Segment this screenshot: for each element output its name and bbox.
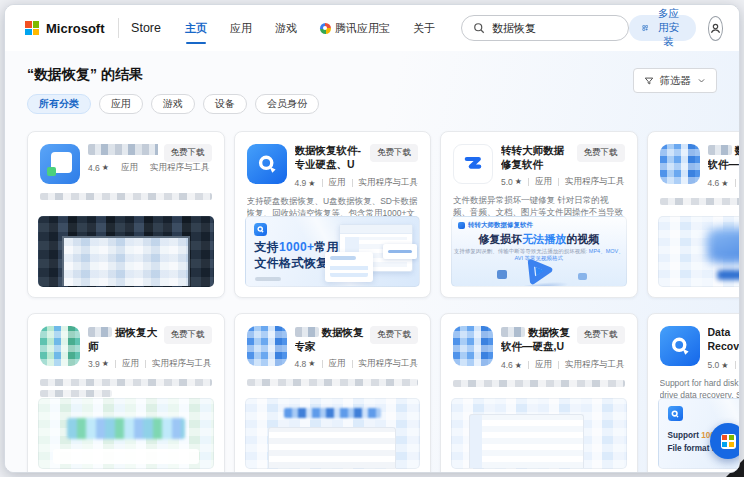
results-head: “数据恢复” 的结果 所有分类 应用 游戏 设备 会员身份 筛选器 xyxy=(5,66,739,114)
multi-app-install-label: 多应用安装 xyxy=(654,7,682,49)
app-meta: 5.0★ 应用 实用程序与工具 xyxy=(501,176,625,188)
chip-games[interactable]: 游戏 xyxy=(151,94,195,114)
store-window: Microsoft Store 主页 应用 游戏 腾讯应用宝 关于 多应用安装 xyxy=(4,4,740,473)
banner-gadget xyxy=(578,273,587,280)
censored-title-prefix xyxy=(88,327,112,337)
banner-app-tag: 转转大师数据修复软件 xyxy=(458,221,533,230)
play-button-illustration xyxy=(517,252,560,287)
app-screenshot: 支持1000+常用 文件格式恢复 xyxy=(245,216,421,287)
search-icon xyxy=(473,22,485,34)
censored-description xyxy=(40,193,212,200)
censored-title-prefix xyxy=(708,145,732,155)
app-card[interactable]: 免费下载 数据恢复软件—硬盘,U盘误删恢复 4.6★ 应用 实用程序与工具 xyxy=(440,313,638,472)
app-icon xyxy=(660,326,700,366)
app-description: 文件数据异常损坏一键修复 针对日常的视频、音频、文档、图片等文件因操作不当导致的… xyxy=(453,194,625,218)
app-screenshot xyxy=(245,398,421,469)
nav-item-tencent-appstore[interactable]: 腾讯应用宝 xyxy=(320,21,390,36)
app-card[interactable]: 免费下载 数据恢复软件-专业硬盘、U盘误删恢复(转转大师) 4.9★ 应用 实用… xyxy=(234,131,432,298)
app-meta: 4.6★ 应用 实用程序与工具 xyxy=(501,359,625,371)
account-button[interactable] xyxy=(708,16,723,41)
censored-description xyxy=(453,380,625,387)
app-title: Data Recovery Master – Data Recovery Sof… xyxy=(708,326,740,355)
app-screenshot xyxy=(38,216,214,287)
results-grid: 免费下载 4.6★ 应用 实用程序与工具 xyxy=(5,131,739,472)
banner-gadget xyxy=(497,270,507,279)
store-label: Store xyxy=(131,21,161,35)
results-left: “数据恢复” 的结果 所有分类 应用 游戏 设备 会员身份 xyxy=(27,66,319,114)
free-download-badge: 免费下载 xyxy=(164,326,212,344)
app-title: 数据恢复软件-专业硬盘、U盘误删恢复(转转大师) xyxy=(295,144,365,173)
censored-description xyxy=(660,198,740,205)
app-icon xyxy=(247,326,287,366)
results-content: “数据恢复” 的结果 所有分类 应用 游戏 设备 会员身份 筛选器 xyxy=(5,51,739,472)
censored-title-prefix xyxy=(295,327,319,337)
brand-name: Microsoft xyxy=(46,21,105,36)
multi-app-install-button[interactable]: 多应用安装 xyxy=(629,15,696,41)
chip-membership[interactable]: 会员身份 xyxy=(255,94,319,114)
free-download-badge: 免费下载 xyxy=(164,144,212,162)
page-title: “数据恢复” 的结果 xyxy=(27,66,319,84)
app-screenshot: 转转大师数据修复软件 修复损坏无法播放的视频 支持修复因误删、传输中断等导致无法… xyxy=(451,216,627,287)
app-meta: 4.8★ 应用 实用程序与工具 xyxy=(295,358,419,370)
free-download-badge: 免费下载 xyxy=(370,144,418,162)
nav-item-games[interactable]: 游戏 xyxy=(275,21,297,36)
app-icon xyxy=(40,326,80,366)
brand[interactable]: Microsoft xyxy=(25,21,105,36)
app-title: 数据恢复软件—硬盘,U盘误删恢复 xyxy=(708,144,740,173)
app-icon xyxy=(247,144,287,184)
chip-devices[interactable]: 设备 xyxy=(203,94,247,114)
app-meta: 4.9★ 应用 实用程序与工具 xyxy=(295,177,419,189)
app-card[interactable]: 免费下载 数据恢复软件—硬盘,U盘误删恢复 4.6★ 应用 实用程序与工具 xyxy=(647,131,740,298)
chevron-down-icon xyxy=(697,76,706,85)
header-divider xyxy=(118,18,119,38)
app-title: 转转大师数据修复软件 xyxy=(501,144,571,172)
app-screenshot xyxy=(658,216,740,287)
app-logo-icon xyxy=(668,406,683,421)
app-icon xyxy=(453,326,493,366)
banner-tooltip-mockup xyxy=(383,244,417,259)
person-icon xyxy=(709,22,722,35)
app-card[interactable]: 免费下载 4.6★ 应用 实用程序与工具 xyxy=(27,131,225,298)
app-screenshot xyxy=(38,398,214,469)
app-logo-icon xyxy=(254,223,267,236)
app-logo-icon xyxy=(458,222,465,229)
chip-apps[interactable]: 应用 xyxy=(99,94,143,114)
filter-dropdown-label: 筛选器 xyxy=(660,74,692,88)
censored-description xyxy=(247,379,419,386)
app-title xyxy=(88,144,158,158)
search-box[interactable] xyxy=(461,15,629,41)
nav-item-apps[interactable]: 应用 xyxy=(230,21,252,36)
app-card[interactable]: 免费下载 数据恢复专家 4.8★ 应用 实用程序与工具 xyxy=(234,313,432,472)
category-chips: 所有分类 应用 游戏 设备 会员身份 xyxy=(27,94,319,114)
pinwheel-icon xyxy=(320,23,331,34)
filter-dropdown[interactable]: 筛选器 xyxy=(633,68,718,93)
app-icon xyxy=(40,144,80,184)
free-download-badge: 免费下载 xyxy=(577,144,625,162)
app-card[interactable]: 免费下载 据恢复大师 3.9★ 应用 实用程序与工具 xyxy=(27,313,225,472)
censored-description xyxy=(40,379,212,397)
free-download-badge: 免费下载 xyxy=(577,326,625,344)
app-title: 数据恢复软件—硬盘,U盘误删恢复 xyxy=(501,326,571,355)
search-input[interactable] xyxy=(492,22,617,34)
censored-title-prefix xyxy=(501,327,525,337)
banner-footnote xyxy=(255,277,281,281)
nav-item-about[interactable]: 关于 xyxy=(413,21,435,36)
nav-item-label: 腾讯应用宝 xyxy=(335,21,390,36)
censored-title xyxy=(88,144,158,155)
free-download-badge: 免费下载 xyxy=(370,326,418,344)
header: Microsoft Store 主页 应用 游戏 腾讯应用宝 关于 多应用安装 xyxy=(5,5,739,51)
app-screenshot xyxy=(451,398,627,469)
store-fab-button[interactable] xyxy=(710,423,739,459)
grid-install-icon xyxy=(642,22,648,34)
app-icon xyxy=(453,144,493,184)
nav-item-home[interactable]: 主页 xyxy=(185,21,207,36)
app-meta: 3.9★ 应用 实用程序与工具 xyxy=(88,358,212,370)
banner-panel-mockup xyxy=(325,252,373,282)
main-nav: 主页 应用 游戏 腾讯应用宝 关于 xyxy=(185,21,435,36)
app-meta: 4.6★ 应用 实用程序与工具 xyxy=(708,177,740,189)
store-logo-icon xyxy=(721,434,736,449)
app-meta: 5.0★ 应用 实用程序与工具 xyxy=(708,359,740,371)
app-card[interactable]: 免费下载 转转大师数据修复软件 5.0★ 应用 实用程序与工具 文件数据异常损坏… xyxy=(440,131,638,298)
chip-all-categories[interactable]: 所有分类 xyxy=(27,94,91,114)
app-meta: 4.6★ 应用 实用程序与工具 xyxy=(88,162,158,174)
